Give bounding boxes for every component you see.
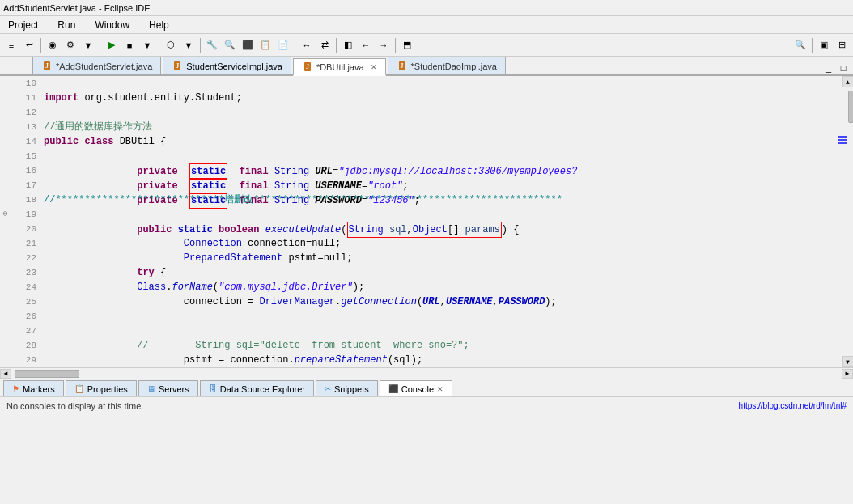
toolbar-btn-next[interactable]: → — [376, 37, 392, 53]
menu-project[interactable]: Project — [3, 18, 43, 32]
tab-student-service[interactable]: J StudentServiceImpl.java — [163, 57, 291, 74]
status-url: https://blog.csdn.net/rd/lm/tnl# — [739, 401, 847, 410]
toolbar-btn-2[interactable]: ↩ — [21, 37, 37, 53]
toolbar-btn-11[interactable]: 🔍 — [222, 37, 238, 53]
bottom-tab-console[interactable]: ⬛ Console ✕ — [380, 380, 452, 396]
menu-run[interactable]: Run — [53, 18, 80, 32]
line-num-17: 17 — [11, 178, 40, 193]
toolbar-btn-view2[interactable]: ⊞ — [834, 37, 850, 53]
line-num-12: 12 — [11, 105, 40, 120]
toolbar-btn-5[interactable]: ▼ — [80, 37, 96, 53]
bottom-tab-label-properties: Properties — [87, 384, 128, 394]
toolbar-sep-5 — [295, 38, 295, 53]
margin-spacer — [0, 163, 11, 178]
margin-spacer — [0, 76, 11, 91]
line-num-25: 25 — [11, 294, 40, 309]
bottom-tab-label-markers: Markers — [23, 384, 55, 394]
line-num-13: 13 — [11, 120, 40, 134]
tab-label-4: *StudentDaoImpl.java — [411, 61, 497, 71]
tab-minimize[interactable]: _ — [822, 61, 835, 74]
scroll-thumb[interactable] — [848, 91, 854, 123]
line-num-10: 10 — [11, 76, 40, 91]
toolbar-btn-14[interactable]: 📄 — [275, 37, 291, 53]
bottom-scrollbar[interactable]: ◀ ▶ — [0, 367, 853, 379]
tab-student-dao[interactable]: J *StudentDaoImpl.java — [388, 57, 506, 74]
datasource-icon: 🗄 — [209, 384, 217, 393]
hscroll-right[interactable]: ▶ — [842, 369, 853, 379]
collapse-marker-19[interactable]: ⊖ — [0, 207, 11, 222]
toolbar-btn-17[interactable]: ◧ — [340, 37, 356, 53]
bottom-tab-markers[interactable]: ⚑ Markers — [3, 380, 64, 396]
tab-add-student[interactable]: J *AddStudentServlet.java — [32, 57, 161, 74]
tab-label-2: StudentServiceImpl.java — [186, 61, 282, 71]
toolbar-btn-prev[interactable]: ← — [358, 37, 374, 53]
line-num-21: 21 — [11, 236, 40, 251]
margin-spacer — [0, 91, 11, 105]
bottom-tab-datasource[interactable]: 🗄 Data Source Explorer — [200, 380, 314, 396]
bottom-tab-servers[interactable]: 🖥 Servers — [138, 380, 198, 396]
toolbar-btn-8[interactable]: ⬡ — [163, 37, 179, 53]
line-num-24: 24 — [11, 280, 40, 294]
toolbar-btn-view1[interactable]: ▣ — [816, 37, 832, 53]
tab-icon-1: J — [41, 61, 53, 72]
toolbar-btn-10[interactable]: 🔧 — [204, 37, 220, 53]
hscroll-thumb[interactable] — [15, 370, 79, 378]
tab-close-3[interactable]: ✕ — [371, 63, 377, 71]
toolbar-btn-13[interactable]: 📋 — [257, 37, 274, 53]
hscroll-left[interactable]: ◀ — [0, 369, 11, 379]
status-text: No consoles to display at this time. — [6, 401, 143, 411]
hscroll-track[interactable] — [11, 369, 842, 379]
bottom-tab-snippets[interactable]: ✂ Snippets — [316, 380, 378, 396]
scroll-down[interactable]: ▼ — [842, 356, 854, 367]
toolbar-btn-1[interactable]: ≡ — [3, 37, 19, 53]
toolbar-btn-16[interactable]: ⇄ — [316, 37, 333, 53]
menu-window[interactable]: Window — [90, 18, 134, 32]
code-line-19: public static boolean executeUpdate(Stri… — [40, 207, 842, 222]
toolbar-btn-9[interactable]: ▼ — [180, 37, 197, 53]
toolbar-btn-4[interactable]: ⚙ — [62, 37, 79, 53]
code-line-18: //*****************************增删改******… — [40, 193, 842, 207]
snippets-icon: ✂ — [325, 384, 331, 393]
toolbar-btn-run[interactable]: ▶ — [104, 37, 120, 53]
toolbar-btn-3[interactable]: ◉ — [45, 37, 61, 53]
margin-spacer — [0, 178, 11, 193]
toolbar-sep-4 — [200, 38, 201, 53]
tab-label-3: *DBUtil.java — [316, 62, 364, 72]
console-close[interactable]: ✕ — [437, 385, 443, 393]
line-num-23: 23 — [11, 265, 40, 280]
line-num-11: 11 — [11, 91, 40, 105]
scroll-up[interactable]: ▲ — [842, 76, 854, 87]
bottom-tab-properties[interactable]: 📋 Properties — [66, 380, 137, 396]
toolbar-sep-3 — [159, 38, 159, 53]
code-line-26 — [40, 309, 842, 324]
bottom-tab-label-servers: Servers — [159, 384, 189, 394]
toolbar-btn-6[interactable]: ■ — [121, 37, 138, 53]
toolbar-btn-ext[interactable]: ⬒ — [399, 37, 415, 53]
margin-spacer — [0, 134, 11, 149]
toolbar-btn-search[interactable]: 🔍 — [792, 37, 808, 53]
code-line-14: public class DBUtil { — [40, 134, 842, 149]
bottom-tab-label-snippets: Snippets — [334, 384, 369, 394]
code-line-27: // String sql="delete from student where… — [40, 324, 842, 338]
title-text: AddStudentServlet.java - Eclipse IDE — [3, 3, 151, 13]
margin-spacer — [0, 193, 11, 207]
tab-dbutil[interactable]: J *DBUtil.java ✕ — [293, 58, 386, 76]
collapse-icon[interactable]: ⊖ — [2, 207, 7, 222]
markers-icon: ⚑ — [12, 384, 19, 393]
editor-content: ⊖ 10 11 12 13 14 15 16 17 18 19 20 21 22… — [0, 76, 853, 367]
toolbar-btn-12[interactable]: ⬛ — [240, 37, 256, 53]
tab-controls: _ □ — [819, 61, 853, 74]
menu-help[interactable]: Help — [144, 18, 174, 32]
toolbar-btn-15[interactable]: ↔ — [299, 37, 315, 53]
code-area[interactable]: import org.student.entity.Student; //通用的… — [40, 76, 842, 367]
console-icon: ⬛ — [388, 384, 398, 393]
code-line-10 — [40, 76, 842, 91]
right-scrollbar: ▲ ▼ — [842, 76, 853, 367]
tab-maximize[interactable]: □ — [837, 61, 850, 74]
toolbar-sep-2 — [100, 38, 100, 53]
line-num-26: 26 — [11, 309, 40, 324]
toolbar-btn-7[interactable]: ▼ — [139, 37, 155, 53]
toolbar-sep-1 — [40, 38, 41, 53]
toolbar-sep-8 — [812, 38, 813, 53]
scroll-marker-3 — [838, 142, 847, 144]
